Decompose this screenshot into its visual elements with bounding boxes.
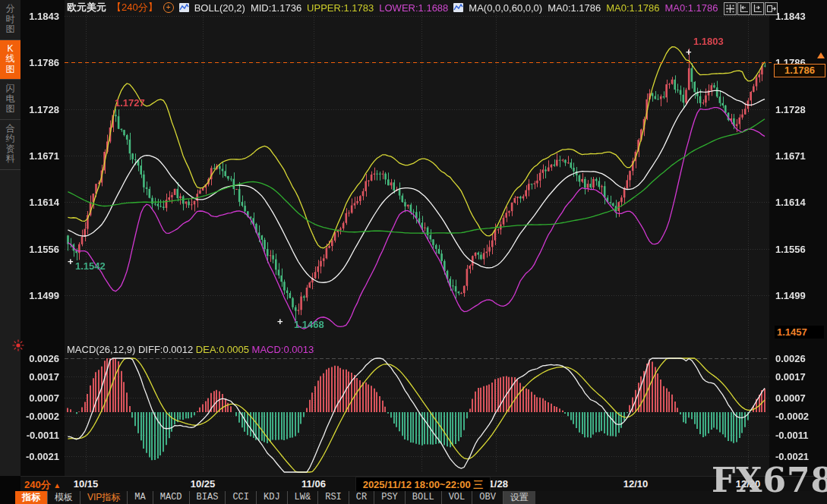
toolbar-item-psy[interactable]: PSY [374, 491, 405, 504]
date-tick: 10/15 [74, 478, 99, 490]
toolbar-item-0[interactable]: 指标 [15, 491, 47, 504]
circle-plus-icon[interactable]: + [163, 2, 174, 13]
boll-lower-value: LOWER:1.1688 [379, 2, 448, 14]
toolbar-item-cr[interactable]: CR [349, 491, 374, 504]
chart-header: 欧元美元 【240分】 + BOLL(20,2) MID:1.1736 UPPE… [67, 2, 718, 14]
live-beacon-icon [11, 339, 25, 352]
toolbar-item-rsi[interactable]: RSI [317, 491, 349, 504]
macd-axis-label: 0.0017 [20, 371, 59, 383]
toolbar-item-2[interactable]: VIP指标 [80, 491, 127, 504]
macd-diff-value: DIFF:0.0012 [138, 344, 193, 355]
macd-axis-label: -0.0011 [20, 430, 59, 441]
price-axis-label: 1.1728 [775, 104, 806, 115]
sidebar: 分时图K线图闪电图合约资料 [0, 0, 21, 476]
crosshair-date-tooltip: 2025/11/12 18:00~22:00 三 [355, 477, 491, 493]
price-axis-label: 1.1614 [775, 197, 806, 208]
price-axis-label: 1.1786 [20, 57, 59, 68]
macd-axis-label: -0.0021 [775, 451, 809, 462]
boll-upper-value: UPPER:1.1783 [307, 2, 374, 14]
boll-indicator-icon[interactable] [179, 3, 189, 12]
macd-axis-label: -0.0021 [20, 451, 59, 462]
zoom-axis-right-icon[interactable] [751, 2, 764, 15]
price-axis-label: 1.1671 [775, 150, 806, 162]
date-tick: 12/20 [736, 478, 761, 490]
period-label: 【240分】 [112, 1, 158, 14]
sidebar-item-1[interactable]: K线图 [0, 40, 21, 80]
macd-axis-label: 0.0007 [775, 392, 806, 404]
symbol-name: 欧元美元 [67, 1, 106, 14]
price-axis-label: 1.1728 [20, 104, 59, 115]
move-icon[interactable] [724, 2, 737, 15]
macd-header: MACD(26,12,9) DIFF:0.0012 DEA:0.0005 MAC… [67, 344, 314, 355]
zoom-axis-left-icon[interactable] [737, 2, 750, 15]
price-annotation: 1.1468 [294, 319, 324, 330]
extreme-marker-icon: + [277, 319, 283, 325]
price-axis-label: 1.1556 [775, 244, 806, 255]
macd-dea-value: DEA:0.0005 [196, 344, 249, 355]
sidebar-item-3[interactable]: 合约资料 [0, 120, 21, 170]
extreme-marker-icon: + [68, 259, 74, 265]
price-annotation: 1.1727 [115, 97, 145, 109]
toolbar-item-obv[interactable]: OBV [472, 491, 503, 504]
latest-price-arrow-icon[interactable] [817, 52, 825, 58]
macd-axis-label: -0.0002 [20, 411, 59, 422]
ma1-value: MA0:1.1786 [548, 2, 601, 14]
boll-mid-value: MID:1.1736 [251, 2, 301, 14]
sidebar-item-2[interactable]: 闪电图 [0, 80, 21, 120]
macd-axis-label: 0.0026 [20, 353, 59, 364]
toolbar-item-macd[interactable]: MACD [153, 491, 189, 504]
candlestick-chart-canvas[interactable] [0, 0, 827, 504]
toolbar-item-bias[interactable]: BIAS [189, 491, 226, 504]
price-axis-label: 1.1556 [20, 244, 59, 255]
price-axis-label: 1.1843 [20, 11, 59, 22]
macd-axis-label: -0.0002 [775, 411, 809, 422]
macd-axis-label: 0.0007 [20, 392, 59, 404]
macd-macd-value: MACD:0.0013 [252, 344, 314, 355]
toolbar-item-kdj[interactable]: KDJ [256, 491, 287, 504]
price-annotation: 1.1542 [75, 260, 106, 272]
toolbar-item-boll[interactable]: BOLL [405, 491, 441, 504]
ma2-value: MA0:1.1786 [606, 2, 659, 14]
timeline-bar: 240分 ▲ 10/1510/2511/0611/2812/1012/20 20… [21, 476, 827, 492]
extreme-marker-icon: + [686, 49, 692, 55]
macd-axis-label: -0.0011 [775, 430, 808, 441]
toolbar-item-15[interactable]: 设置 [503, 491, 535, 504]
sidebar-item-0[interactable]: 分时图 [0, 0, 21, 40]
price-axis-label: 1.1671 [20, 150, 59, 162]
macd-axis-label: 0.0017 [775, 371, 806, 383]
macd-axis-label: 0.0026 [775, 353, 806, 364]
date-tick: 11/06 [301, 478, 326, 490]
macd-name: MACD(26,12,9) [67, 344, 135, 355]
indicator-toolbar: 指标模板VIP指标MAMACDBIASCCIKDJLW&RSICRPSYBOLL… [15, 491, 827, 504]
session-low-label: 1.1457 [775, 326, 824, 339]
date-tick: 12/10 [623, 478, 649, 490]
price-axis-label: 1.1499 [20, 290, 59, 301]
pan-right-icon[interactable] [765, 2, 778, 15]
timeframe-selector[interactable]: 240分 ▲ [24, 478, 61, 492]
toolbar-item-ma[interactable]: MA [127, 491, 152, 504]
toolbar-item-vol[interactable]: VOL [441, 491, 472, 504]
price-axis-label: 1.1499 [775, 290, 806, 301]
ma-indicator-icon[interactable] [453, 3, 463, 12]
boll-label: BOLL(20,2) [194, 2, 245, 14]
price-axis-label: 1.1614 [20, 197, 59, 208]
toolbar-item-cci[interactable]: CCI [225, 491, 256, 504]
price-annotation: 1.1803 [693, 36, 724, 47]
price-axis-label: 1.1843 [775, 11, 806, 22]
ma-label: MA(0,0,0,60,0,0) [469, 2, 542, 14]
current-price-box: 1.1786 [774, 64, 825, 77]
toolbar-item-1[interactable]: 模板 [47, 491, 80, 504]
timeframe-arrow-icon: ▲ [53, 481, 61, 490]
date-tick: 10/25 [191, 478, 216, 490]
chart-app: 分时图K线图闪电图合约资料 欧元美元 【240分】 + BOLL(20,2) M… [0, 0, 827, 504]
toolbar-item-lw&[interactable]: LW& [287, 491, 318, 504]
ma3-value: MA0:1.1786 [664, 2, 718, 14]
